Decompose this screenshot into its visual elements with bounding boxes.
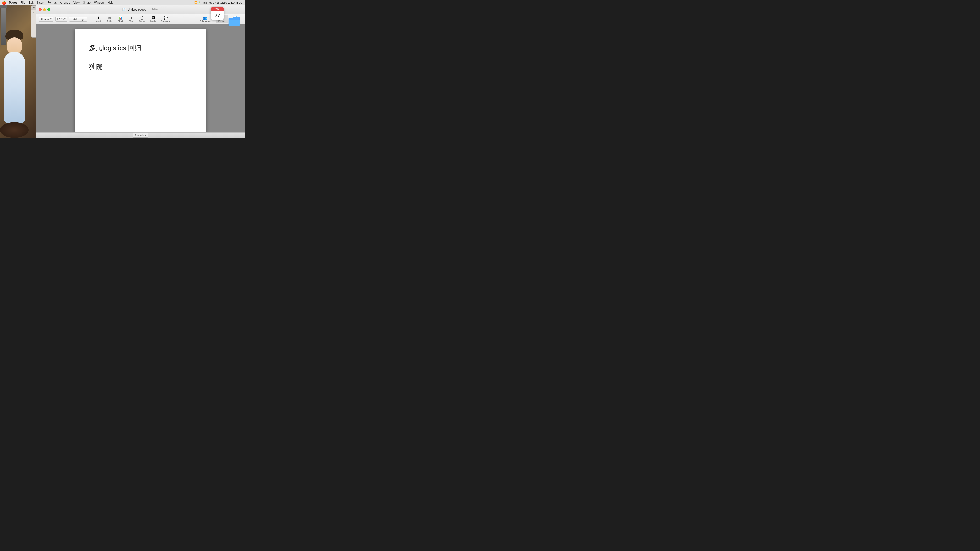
document-text-line2: 独院 [89, 62, 192, 71]
figurine-body [3, 52, 25, 124]
menu-file[interactable]: File [21, 1, 25, 4]
menu-right-area: 📶 🔋 Thu Feb 27 15:15:50 ZHENTI CUI [194, 1, 243, 4]
text-icon: T [130, 16, 132, 19]
word-count-chevron: ▾ [145, 134, 146, 137]
insert-tools: ⬆ Insert ⊞ Table 📊 Chart T Text ◯ Shape … [93, 15, 172, 24]
menu-format[interactable]: Format [48, 1, 56, 4]
menu-arrange[interactable]: Arrange [60, 1, 70, 4]
media-button[interactable]: 🖼 Media [148, 15, 159, 24]
document-icon: 📄 [122, 8, 126, 11]
wifi-icon: 📶 [194, 1, 197, 4]
menu-view[interactable]: View [73, 1, 80, 4]
chart-label: Chart [118, 20, 123, 22]
add-page-button[interactable]: + Add Page [69, 17, 87, 22]
document-page: 多元logistics 回归 独院 [75, 29, 206, 132]
media-label: Media [151, 20, 156, 22]
folder-icon[interactable] [228, 17, 240, 27]
menu-bar: 🍎 Pages File Edit Insert Format Arrange … [0, 0, 245, 5]
title-center: 📄 Untitled.pages — Edited [122, 8, 158, 11]
shape-button[interactable]: ◯ Shape [137, 15, 148, 24]
menu-insert[interactable]: Insert [37, 1, 44, 4]
user-name: ZHENTI CUI [228, 1, 243, 4]
chart-button[interactable]: 📊 Chart [115, 15, 126, 24]
insert-button[interactable]: ⬆ Insert [93, 15, 103, 24]
minimize-button[interactable] [43, 8, 46, 11]
collaborate-icon: 👥 [203, 16, 207, 19]
apple-menu[interactable]: 🍎 [2, 1, 6, 5]
menu-pages[interactable]: Pages [9, 1, 17, 4]
line2-text: 独院 [89, 62, 102, 71]
system-clock: Thu Feb 27 15:15:50 [202, 1, 227, 4]
comment-label: Comment [161, 20, 170, 22]
text-button[interactable]: T Text [126, 15, 137, 24]
traffic-lights [39, 8, 50, 11]
lamp-stand [1, 2, 6, 45]
table-label: Table [107, 20, 112, 22]
insert-label: Insert [96, 20, 101, 22]
collaborate-label: Collaborate [200, 20, 210, 22]
shape-icon: ◯ [140, 16, 144, 19]
menu-window[interactable]: Window [94, 1, 104, 4]
comment-icon: 💬 [164, 16, 168, 19]
maximize-button[interactable] [48, 8, 50, 11]
pages-window: 📄 Untitled.pages — Edited ⊞ View ▾ 179% … [36, 5, 245, 138]
view-button[interactable]: ⊞ View ▾ [39, 16, 53, 22]
calendar-month: THU [210, 7, 224, 11]
pages-main: 多元logistics 回归 独院 [36, 24, 245, 132]
calendar-widget[interactable]: THU 27 [210, 7, 224, 20]
zoom-chevron: ▾ [64, 17, 65, 21]
word-count-widget[interactable]: 7 words ▾ [132, 133, 149, 138]
edited-badge: Edited [152, 8, 158, 11]
view-icon: ⊞ [40, 17, 43, 21]
insert-icon: ⬆ [97, 16, 100, 19]
text-cursor [103, 63, 103, 71]
collaborate-button[interactable]: 👥 Collaborate [197, 15, 212, 24]
document-title: Untitled.pages [127, 8, 146, 11]
calendar-day: 27 [210, 11, 224, 20]
pages-statusbar: 7 words ▾ [36, 132, 245, 138]
menu-share[interactable]: Share [83, 1, 91, 4]
add-icon: + [71, 18, 73, 21]
shape-label: Shape [139, 20, 145, 22]
word-count-text: 7 words [135, 134, 144, 137]
view-controls: ⊞ View ▾ 179% ▾ + Add Page [39, 16, 87, 22]
table-icon: ⊞ [108, 16, 111, 19]
background-photo [0, 0, 36, 138]
zoom-value: 179% [57, 18, 64, 21]
comment-button[interactable]: 💬 Comment [159, 15, 172, 24]
menu-edit[interactable]: Edit [29, 1, 34, 4]
media-icon: 🖼 [152, 16, 155, 19]
format-label: Format [218, 20, 225, 22]
table-button[interactable]: ⊞ Table [104, 15, 115, 24]
status-icons: 📶 🔋 [194, 1, 201, 4]
close-button[interactable] [39, 8, 41, 11]
view-chevron: ▾ [50, 17, 52, 21]
document-text-line1: 多元logistics 回归 [89, 43, 192, 52]
menu-help[interactable]: Help [108, 1, 114, 4]
zoom-button[interactable]: 179% ▾ [55, 16, 67, 22]
add-page-label: Add Page [73, 18, 85, 21]
toolbar-divider-1 [91, 16, 91, 22]
battery-icon: 🔋 [198, 1, 201, 4]
chart-icon: 📊 [118, 16, 123, 19]
document-canvas[interactable]: 多元logistics 回归 独院 [36, 24, 245, 132]
text-label: Text [129, 20, 134, 22]
figurine-base [0, 122, 29, 138]
view-label: View [43, 18, 49, 21]
